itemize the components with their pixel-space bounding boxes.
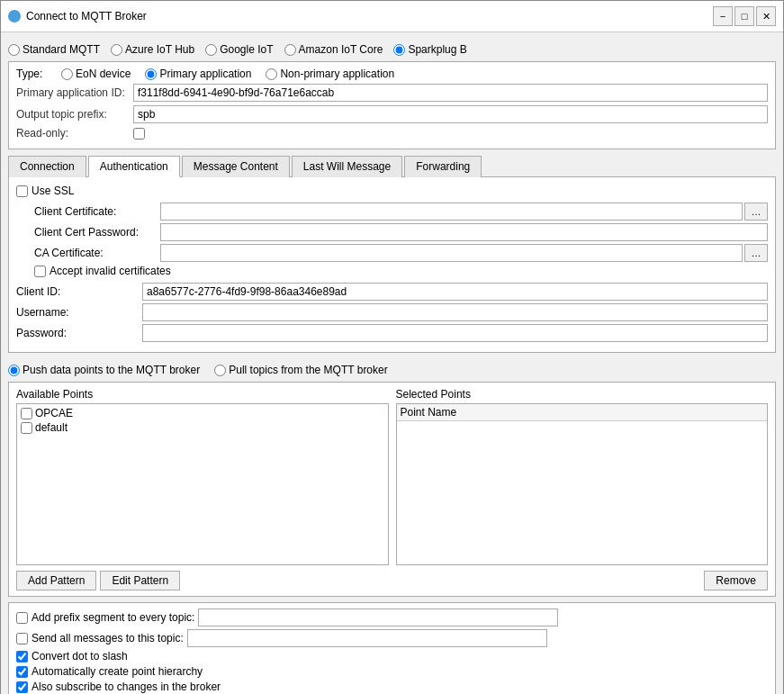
password-input[interactable] xyxy=(142,324,768,342)
table-header: Point Name xyxy=(397,404,768,421)
read-only-label: Read-only: xyxy=(16,127,133,140)
protocol-standard-mqtt-radio[interactable] xyxy=(8,44,20,56)
accept-invalid-certs-label[interactable]: Accept invalid certificates xyxy=(34,265,768,277)
main-window: Connect to MQTT Broker − □ ✕ Standard MQ… xyxy=(0,0,784,694)
app-icon xyxy=(8,10,21,23)
protocol-google-iot-radio[interactable] xyxy=(205,44,217,56)
client-cert-input[interactable] xyxy=(160,203,743,221)
tab-authentication[interactable]: Authentication xyxy=(88,156,180,177)
accept-invalid-certs-checkbox[interactable] xyxy=(34,266,46,277)
subscribe-changes-checkbox[interactable] xyxy=(16,681,28,693)
type-label: Type: xyxy=(16,68,61,80)
protocol-azure-iot-hub[interactable]: Azure IoT Hub xyxy=(111,43,194,56)
type-primary-application-radio[interactable] xyxy=(145,68,157,80)
ca-cert-input[interactable] xyxy=(160,244,743,262)
selected-points-title: Selected Points xyxy=(396,388,769,401)
pattern-buttons: Add Pattern Edit Pattern Remove xyxy=(16,571,768,590)
client-cert-row: Client Certificate: … xyxy=(16,203,768,221)
dialog-content: Standard MQTT Azure IoT Hub Google IoT A… xyxy=(1,32,783,694)
use-ssl-checkbox[interactable] xyxy=(16,185,28,197)
edit-pattern-button[interactable]: Edit Pattern xyxy=(100,571,180,590)
subscribe-changes-row: Also subscribe to changes in the broker xyxy=(16,680,768,693)
send-all-checkbox[interactable] xyxy=(16,633,28,644)
selected-points-panel: Selected Points Point Name xyxy=(396,388,769,565)
password-row: Password: xyxy=(16,324,768,342)
available-points-tree[interactable]: OPCAE default xyxy=(16,403,389,565)
window-title: Connect to MQTT Broker xyxy=(26,10,147,23)
username-row: Username: xyxy=(16,303,768,321)
accept-invalid-certs-row: Accept invalid certificates xyxy=(16,265,768,277)
auto-hierarchy-checkbox[interactable] xyxy=(16,666,28,678)
send-all-input[interactable] xyxy=(187,629,547,647)
ca-cert-label: CA Certificate: xyxy=(34,247,160,259)
pull-radio[interactable] xyxy=(214,365,226,376)
ca-cert-browse-button[interactable]: … xyxy=(744,244,768,262)
tab-forwarding[interactable]: Forwarding xyxy=(404,156,482,177)
type-primary-application[interactable]: Primary application xyxy=(145,68,251,80)
add-prefix-checkbox[interactable] xyxy=(16,612,28,624)
primary-app-id-label: Primary application ID: xyxy=(16,86,133,99)
username-input[interactable] xyxy=(142,303,768,321)
client-cert-browse-button[interactable]: … xyxy=(744,203,768,221)
settings-section: Type: EoN device Primary application Non… xyxy=(8,61,776,149)
type-eon-device-label: EoN device xyxy=(76,68,131,80)
tree-item-opcae[interactable]: OPCAE xyxy=(19,406,386,420)
add-prefix-input[interactable] xyxy=(198,608,558,626)
pull-topics[interactable]: Pull topics from the MQTT broker xyxy=(214,364,388,376)
default-checkbox[interactable] xyxy=(21,422,32,434)
tab-message-content[interactable]: Message Content xyxy=(182,156,290,177)
title-bar-left: Connect to MQTT Broker xyxy=(8,10,147,23)
selected-points-table[interactable]: Point Name xyxy=(396,403,769,565)
read-only-checkbox[interactable] xyxy=(133,128,145,140)
add-pattern-button[interactable]: Add Pattern xyxy=(16,571,96,590)
client-id-input[interactable] xyxy=(142,283,768,301)
protocol-sparkplug-b-radio[interactable] xyxy=(393,44,405,56)
protocol-amazon-iot-core[interactable]: Amazon IoT Core xyxy=(284,43,383,56)
bottom-options: Add prefix segment to every topic: Send … xyxy=(8,602,776,694)
type-non-primary-application[interactable]: Non-primary application xyxy=(266,68,394,80)
close-button[interactable]: ✕ xyxy=(756,6,776,26)
client-id-row: Client ID: xyxy=(16,283,768,301)
push-data-points[interactable]: Push data points to the MQTT broker xyxy=(8,364,200,376)
tree-item-default[interactable]: default xyxy=(19,420,386,435)
available-points-panel: Available Points OPCAE default xyxy=(16,388,389,565)
ca-cert-row: CA Certificate: … xyxy=(16,244,768,262)
protocol-standard-mqtt[interactable]: Standard MQTT xyxy=(8,43,100,56)
primary-app-id-input[interactable] xyxy=(133,84,768,102)
point-name-column: Point Name xyxy=(401,406,457,419)
remove-button[interactable]: Remove xyxy=(704,571,768,590)
send-all-row: Send all messages to this topic: xyxy=(16,629,768,647)
maximize-button[interactable]: □ xyxy=(734,6,754,26)
output-topic-prefix-row: Output topic prefix: xyxy=(16,105,768,123)
pull-label: Pull topics from the MQTT broker xyxy=(229,364,388,376)
protocol-azure-iot-hub-radio[interactable] xyxy=(111,44,122,56)
output-topic-prefix-label: Output topic prefix: xyxy=(16,108,133,121)
protocol-sparkplug-b[interactable]: Sparkplug B xyxy=(393,43,466,56)
use-ssl-label[interactable]: Use SSL xyxy=(16,185,768,197)
tab-last-will-message[interactable]: Last Will Message xyxy=(292,156,402,177)
minimize-button[interactable]: − xyxy=(713,6,733,26)
title-bar-controls: − □ ✕ xyxy=(713,6,776,26)
protocol-sparkplug-b-label: Sparkplug B xyxy=(408,43,466,56)
type-primary-application-label: Primary application xyxy=(159,68,251,80)
add-prefix-row: Add prefix segment to every topic: xyxy=(16,608,768,626)
push-radio[interactable] xyxy=(8,365,20,376)
convert-dot-label: Convert dot to slash xyxy=(32,650,128,662)
available-points-title: Available Points xyxy=(16,388,389,401)
output-topic-prefix-input[interactable] xyxy=(133,105,768,123)
type-non-primary-application-radio[interactable] xyxy=(266,68,277,80)
client-cert-label: Client Certificate: xyxy=(34,205,160,218)
ssl-section: Use SSL xyxy=(16,185,768,197)
protocol-amazon-iot-core-label: Amazon IoT Core xyxy=(299,43,383,56)
protocol-amazon-iot-core-radio[interactable] xyxy=(284,44,296,56)
convert-dot-checkbox[interactable] xyxy=(16,651,28,662)
type-eon-device[interactable]: EoN device xyxy=(61,68,131,80)
client-cert-password-input[interactable] xyxy=(160,223,768,241)
opcae-checkbox[interactable] xyxy=(21,408,32,419)
title-bar: Connect to MQTT Broker − □ ✕ xyxy=(1,1,783,32)
type-options: EoN device Primary application Non-prima… xyxy=(61,68,394,80)
type-eon-device-radio[interactable] xyxy=(61,68,73,80)
client-id-label: Client ID: xyxy=(16,285,142,298)
protocol-google-iot[interactable]: Google IoT xyxy=(205,43,273,56)
tab-connection[interactable]: Connection xyxy=(8,156,86,177)
